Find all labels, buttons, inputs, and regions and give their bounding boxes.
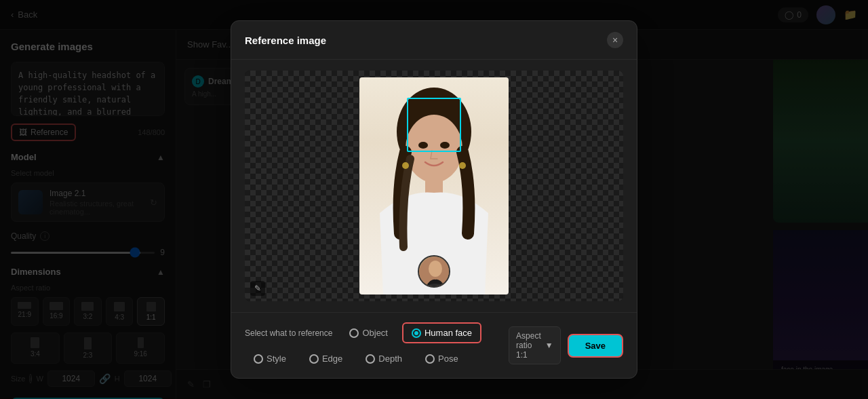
option-edge[interactable]: Edge (300, 349, 351, 368)
face-detection-box (407, 98, 461, 152)
svg-point-8 (429, 261, 442, 277)
reference-thumbnail (418, 255, 450, 288)
footer-row: Select what to reference Object Human fa… (245, 322, 623, 368)
footer-right: Aspect ratio 1:1 ▼ Save (509, 326, 623, 364)
modal-close-button[interactable]: × (607, 32, 623, 48)
radio-style (254, 354, 263, 364)
svg-point-5 (402, 162, 409, 169)
option-pose[interactable]: Pose (416, 349, 467, 368)
reference-image-modal: Reference image × (231, 20, 637, 379)
modal-title: Reference image (245, 35, 326, 46)
radio-human-face (412, 328, 421, 338)
aspect-ratio-value: Aspect ratio 1:1 (516, 331, 541, 360)
radio-pose (425, 354, 435, 364)
modal-footer: Select what to reference Object Human fa… (231, 312, 637, 378)
modal-header: Reference image × (231, 21, 637, 60)
select-reference-label: Select what to reference (245, 328, 332, 338)
option-object[interactable]: Object (340, 323, 397, 343)
modal-footer-left: Select what to reference Object Human fa… (245, 322, 623, 368)
modal-body: ✎ (231, 60, 637, 312)
modal-overlay: Reference image × (0, 0, 868, 399)
option-human-face[interactable]: Human face (402, 322, 481, 343)
option-depth[interactable]: Depth (357, 349, 411, 368)
aspect-ratio-select[interactable]: Aspect ratio 1:1 ▼ (509, 326, 561, 364)
edit-image-button[interactable]: ✎ (250, 281, 265, 296)
image-preview-area: ✎ (245, 71, 623, 301)
option-style[interactable]: Style (245, 349, 295, 368)
svg-point-6 (459, 162, 466, 169)
radio-object (349, 328, 359, 338)
radio-edge (309, 354, 319, 364)
chevron-down-icon: ▼ (545, 341, 553, 350)
save-button[interactable]: Save (568, 334, 623, 358)
radio-depth (366, 354, 375, 364)
reference-options: Select what to reference Object Human fa… (245, 322, 509, 368)
